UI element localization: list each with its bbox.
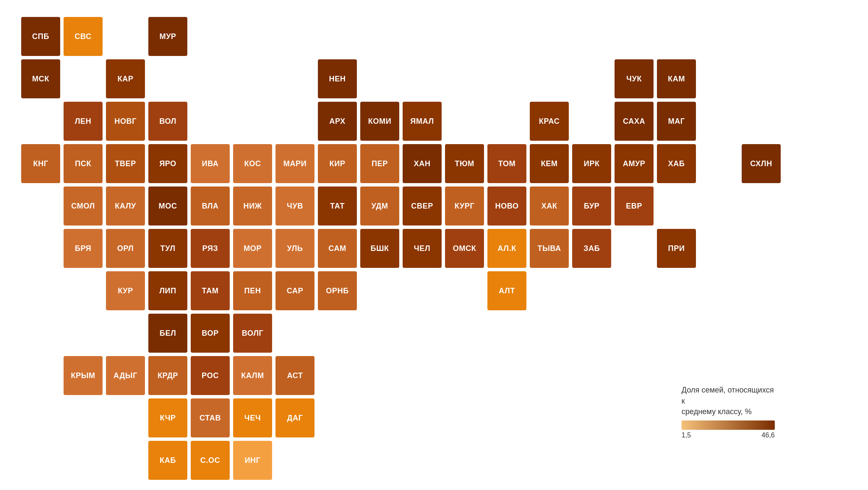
region-cell-яро[interactable]: ЯРО <box>148 144 187 183</box>
legend-color-bar <box>682 420 775 430</box>
legend-min-label: 1,5 <box>682 432 691 439</box>
region-cell-амур[interactable]: АМУР <box>615 144 654 183</box>
region-cell-калу[interactable]: КАЛУ <box>106 187 145 226</box>
region-cell-твер[interactable]: ТВЕР <box>106 144 145 183</box>
region-cell-кам[interactable]: КАМ <box>657 59 696 98</box>
region-cell-орл[interactable]: ОРЛ <box>106 229 145 268</box>
region-cell-свс[interactable]: СВС <box>64 17 103 56</box>
region-cell-евр[interactable]: ЕВР <box>615 187 654 226</box>
legend-title-line2: среднему классу, % <box>682 407 751 416</box>
region-cell-новг[interactable]: НОВГ <box>106 102 145 141</box>
region-cell-хан[interactable]: ХАН <box>403 144 442 183</box>
region-cell-сам[interactable]: САМ <box>318 229 357 268</box>
region-cell-кчр[interactable]: КЧР <box>148 398 187 437</box>
region-cell-пен[interactable]: ПЕН <box>233 271 272 310</box>
region-cell-вол[interactable]: ВОЛ <box>148 102 187 141</box>
region-cell-мор[interactable]: МОР <box>233 229 272 268</box>
region-cell-крас[interactable]: КРАС <box>530 102 569 141</box>
region-cell-нен[interactable]: НЕН <box>318 59 357 98</box>
region-cell-сар[interactable]: САР <box>275 271 314 310</box>
region-cell-ирк[interactable]: ИРК <box>572 144 611 183</box>
region-cell-чел[interactable]: ЧЕЛ <box>403 229 442 268</box>
region-cell-лен[interactable]: ЛЕН <box>64 102 103 141</box>
region-cell-крым[interactable]: КРЫМ <box>64 356 103 395</box>
region-cell-кир[interactable]: КИР <box>318 144 357 183</box>
region-cell-алт[interactable]: АЛТ <box>487 271 526 310</box>
region-cell-кнг[interactable]: КНГ <box>21 144 60 183</box>
region-cell-пск[interactable]: ПСК <box>64 144 103 183</box>
region-cell-тул[interactable]: ТУЛ <box>148 229 187 268</box>
region-cell-крдр[interactable]: КРДР <box>148 356 187 395</box>
region-cell-чеч[interactable]: ЧЕЧ <box>233 398 272 437</box>
region-cell-инг[interactable]: ИНГ <box>233 441 272 480</box>
region-cell-удм[interactable]: УДМ <box>360 187 399 226</box>
region-cell-бел[interactable]: БЕЛ <box>148 314 187 353</box>
region-cell-спб[interactable]: СПБ <box>21 17 60 56</box>
region-cell-саха[interactable]: САХА <box>615 102 654 141</box>
region-cell-чув[interactable]: ЧУВ <box>275 187 314 226</box>
region-cell-с.ос[interactable]: С.ОС <box>191 441 230 480</box>
legend-title: Доля семей, относящихся к среднему класс… <box>682 385 775 417</box>
region-cell-мск[interactable]: МСК <box>21 59 60 98</box>
legend-title-line1: Доля семей, относящихся к <box>682 386 774 405</box>
region-cell-ал.к[interactable]: АЛ.К <box>487 229 526 268</box>
region-cell-став[interactable]: СТАВ <box>191 398 230 437</box>
region-cell-мур[interactable]: МУР <box>148 17 187 56</box>
region-cell-том[interactable]: ТОМ <box>487 144 526 183</box>
region-cell-калм[interactable]: КАЛМ <box>233 356 272 395</box>
region-cell-уль[interactable]: УЛЬ <box>275 229 314 268</box>
region-cell-кар[interactable]: КАР <box>106 59 145 98</box>
region-cell-свер[interactable]: СВЕР <box>403 187 442 226</box>
region-cell-мари[interactable]: МАРИ <box>275 144 314 183</box>
region-cell-смол[interactable]: СМОЛ <box>64 187 103 226</box>
region-cell-кург[interactable]: КУРГ <box>445 187 484 226</box>
region-cell-маг[interactable]: МАГ <box>657 102 696 141</box>
region-cell-волг[interactable]: ВОЛГ <box>233 314 272 353</box>
region-cell-вла[interactable]: ВЛА <box>191 187 230 226</box>
region-cell-рос[interactable]: РОС <box>191 356 230 395</box>
region-cell-лип[interactable]: ЛИП <box>148 271 187 310</box>
region-cell-аст[interactable]: АСТ <box>275 356 314 395</box>
region-cell-ряз[interactable]: РЯЗ <box>191 229 230 268</box>
region-cell-вор[interactable]: ВОР <box>191 314 230 353</box>
region-cell-коми[interactable]: КОМИ <box>360 102 399 141</box>
legend-container: Доля семей, относящихся к среднему класс… <box>682 385 775 439</box>
region-cell-омск[interactable]: ОМСК <box>445 229 484 268</box>
region-cell-схлн[interactable]: СХЛН <box>742 144 781 183</box>
region-cell-мос[interactable]: МОС <box>148 187 187 226</box>
region-cell-тыва[interactable]: ТЫВА <box>530 229 569 268</box>
region-cell-бур[interactable]: БУР <box>572 187 611 226</box>
region-cell-чук[interactable]: ЧУК <box>615 59 654 98</box>
region-cell-арх[interactable]: АРХ <box>318 102 357 141</box>
region-cell-ямал[interactable]: ЯМАЛ <box>403 102 442 141</box>
region-cell-заб[interactable]: ЗАБ <box>572 229 611 268</box>
region-cell-ново[interactable]: НОВО <box>487 187 526 226</box>
region-cell-тат[interactable]: ТАТ <box>318 187 357 226</box>
region-cell-каб[interactable]: КАБ <box>148 441 187 480</box>
region-cell-тюм[interactable]: ТЮМ <box>445 144 484 183</box>
region-cell-хак[interactable]: ХАК <box>530 187 569 226</box>
region-cell-ива[interactable]: ИВА <box>191 144 230 183</box>
region-cell-бря[interactable]: БРЯ <box>64 229 103 268</box>
region-cell-хаб[interactable]: ХАБ <box>657 144 696 183</box>
region-cell-кур[interactable]: КУР <box>106 271 145 310</box>
region-cell-даг[interactable]: ДАГ <box>275 398 314 437</box>
region-cell-орнб[interactable]: ОРНБ <box>318 271 357 310</box>
region-cell-там[interactable]: ТАМ <box>191 271 230 310</box>
region-cell-кос[interactable]: КОС <box>233 144 272 183</box>
region-cell-адыг[interactable]: АДЫГ <box>106 356 145 395</box>
region-cell-пер[interactable]: ПЕР <box>360 144 399 183</box>
legend-max-label: 46,6 <box>762 432 775 439</box>
region-cell-ниж[interactable]: НИЖ <box>233 187 272 226</box>
region-cell-бшк[interactable]: БШК <box>360 229 399 268</box>
region-cell-при[interactable]: ПРИ <box>657 229 696 268</box>
region-cell-кем[interactable]: КЕМ <box>530 144 569 183</box>
